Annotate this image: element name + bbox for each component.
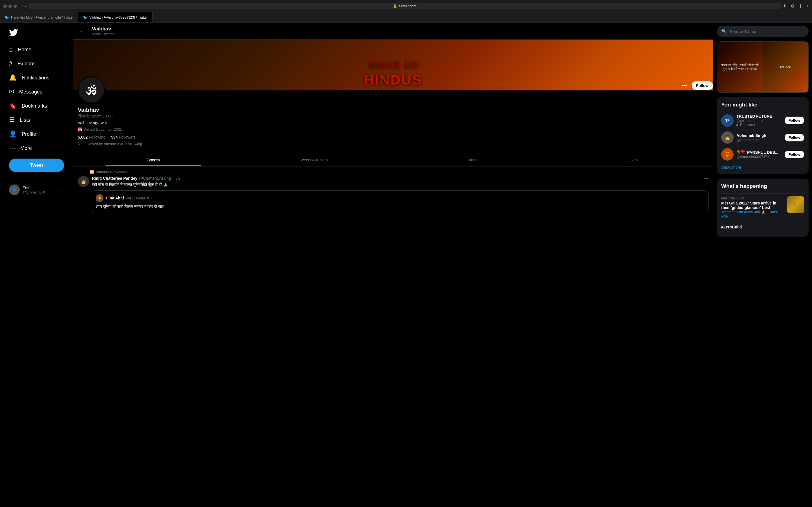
tweet-text: यही सोच के खिलजी ने नालंदा यूनिवर्सिटी फ…: [92, 182, 709, 187]
trend-text-0: Met Gala · LIVE Met Gala 2022: Stars arr…: [721, 196, 784, 218]
following-stat[interactable]: 5,002 Following: [78, 135, 105, 139]
not-followed-text: Not followed by anyone you're following: [78, 142, 709, 146]
followers-stat[interactable]: 534 Followers: [111, 135, 136, 139]
sidebar-label-more: More: [20, 145, 32, 151]
sidebar-item-notifications[interactable]: 🔔 Notifications: [4, 71, 68, 85]
header-tweet-count: 3,595 Tweets: [92, 32, 114, 36]
ad-card[interactable]: भाजपा को छोड़िए...सपा ही नहीं कर रही मुस…: [717, 41, 809, 93]
tweet-author-handle: @Chatterj1Asking: [139, 176, 171, 180]
sidebar-label-explore: Explore: [17, 61, 35, 67]
follow-btn-1[interactable]: Follow: [784, 134, 804, 142]
notifications-icon: 🔔: [9, 74, 17, 81]
lock-icon: 🔒: [393, 4, 397, 8]
trend-image-0: 🎭: [787, 196, 804, 213]
tab-media[interactable]: Media: [393, 154, 553, 166]
bookmarks-icon: 🔖: [9, 102, 17, 110]
suggest-promoted-0: ▶ Promoted: [737, 123, 782, 127]
back-nav-btn[interactable]: ‹: [21, 4, 23, 9]
address-bar[interactable]: 🔒 twitter.com: [29, 3, 781, 9]
back-button[interactable]: ←: [78, 26, 87, 36]
header-profile-name: Vaibhav: [92, 26, 114, 32]
tweet-button[interactable]: Tweet: [9, 159, 64, 172]
close-btn[interactable]: [3, 4, 7, 8]
show-more-link[interactable]: Show more: [721, 163, 804, 170]
sidebar-user[interactable]: 👤 Em @Emmy_twitt ⋯: [4, 181, 68, 199]
tweet-0[interactable]: 🔁 Vaibhav Retweeted 👩 Riniti Chatterjee …: [73, 166, 713, 217]
main-content: ← Vaibhav 3,595 Tweets WAKE UP HINDUS 🕉 …: [73, 22, 713, 507]
user-display-name: Em: [22, 186, 57, 190]
trend-tags-0: Trending with #MetGala 🙏, Gilded Age: [721, 210, 784, 218]
add-tab-icon[interactable]: +: [806, 3, 809, 9]
suggest-item-0[interactable]: TF TRUSTED FUTURE @atrustedfuture ▶ Prom…: [721, 112, 804, 129]
suggest-handle-2: @santosh90097471: [737, 155, 782, 159]
download-icon: ⬇: [783, 3, 786, 9]
follow-button[interactable]: Follow: [692, 81, 713, 90]
explore-icon: #: [9, 60, 12, 67]
sidebar-item-profile[interactable]: 👤 Profile: [4, 127, 68, 141]
tab-1[interactable]: 🐦 Vaibhav (@Vaibhav35989323) / Twitter: [79, 12, 153, 22]
more-icon: ⋯: [9, 145, 15, 152]
quoted-author-name: Hina Altaf: [106, 196, 124, 200]
quoted-author-handle: @HinaAltaf78: [126, 196, 149, 200]
tweet-author-avatar: 👩: [78, 176, 89, 187]
forward-nav-btn[interactable]: ›: [24, 4, 26, 9]
sidebar-label-notifications: Notifications: [22, 75, 49, 81]
quoted-header: 👩‍🦰 Hina Altaf @HinaAltaf78: [96, 194, 705, 202]
suggest-name-0: TRUSTED FUTURE: [737, 114, 782, 119]
trend-1[interactable]: #ZeroBuild: [721, 221, 804, 232]
whats-happening-section: What's happening Met Gala · LIVE Met Gal…: [717, 179, 809, 237]
suggest-handle-1: @Abhisar500: [737, 138, 782, 142]
sidebar-item-home[interactable]: ⌂ Home: [4, 43, 68, 57]
tweet-body: 👩 Riniti Chatterjee Pandey @Chatterj1Ask…: [78, 176, 709, 213]
profile-more-button[interactable]: •••: [680, 81, 689, 91]
twitter-logo[interactable]: [4, 25, 68, 41]
profile-icon: 👤: [9, 130, 17, 138]
messages-icon: ✉: [9, 88, 14, 96]
profile-bio: Vaibhav agarwal: [78, 121, 709, 125]
calendar-icon: 📅: [78, 127, 82, 131]
sidebar-label-messages: Messages: [19, 89, 42, 95]
suggest-item-2[interactable]: 🌻 🌻🚩 PANSHUL DES... @santosh90097471 Fol…: [721, 146, 804, 163]
retweet-icon: 🔁: [90, 170, 94, 174]
profile-joined: 📅 Joined December 2021: [78, 127, 709, 131]
sidebar-item-more[interactable]: ⋯ More: [4, 141, 68, 155]
profile-name: Vaibhav: [78, 107, 709, 113]
quoted-tweet[interactable]: 👩‍🦰 Hina Altaf @HinaAltaf78 अगर दुनिया क…: [92, 190, 709, 213]
min-btn[interactable]: [8, 4, 12, 8]
trend-0[interactable]: Met Gala · LIVE Met Gala 2022: Stars arr…: [721, 193, 804, 221]
max-btn[interactable]: [13, 4, 17, 8]
profile-avatar: 🕉: [78, 76, 105, 103]
tweet-author-name: Riniti Chatterjee Pandey: [92, 176, 137, 180]
browser-chrome: ‹ › 🔒 twitter.com ⬇ ⚙ ⬆ +: [0, 0, 812, 12]
tab-likes[interactable]: Likes: [553, 154, 713, 166]
sidebar-item-bookmarks[interactable]: 🔖 Bookmarks: [4, 99, 68, 113]
user-more-icon: ⋯: [60, 187, 64, 192]
suggest-item-1[interactable]: 👨 Abhishek Singh @Abhisar500 Follow: [721, 129, 804, 146]
retweet-label: 🔁 Vaibhav Retweeted: [78, 170, 709, 174]
follow-btn-2[interactable]: Follow: [784, 151, 804, 158]
tab-replies[interactable]: Tweets & replies: [233, 154, 393, 166]
right-panel: 🔍 Search Twitter भाजपा को छोड़िए...सपा ह…: [713, 22, 812, 507]
settings-icon: ⚙: [791, 3, 795, 9]
home-icon: ⌂: [9, 46, 13, 53]
sidebar-label-home: Home: [18, 47, 31, 53]
sidebar-item-lists[interactable]: ☰ Lists: [4, 113, 68, 127]
user-info: Em @Emmy_twitt: [22, 186, 57, 194]
window-controls: [3, 4, 17, 8]
sidebar-item-messages[interactable]: ✉ Messages: [4, 85, 68, 99]
tweet-time: 5h: [175, 176, 180, 180]
follow-btn-0[interactable]: Follow: [784, 117, 804, 124]
trend-topic-0: Met Gala 2022: Stars arrive in their 'gi…: [721, 201, 784, 210]
tweet-more-button[interactable]: •••: [704, 176, 709, 180]
tab-0[interactable]: 🐦 Narendra Modi (@narendramodi) / Twitte…: [0, 12, 79, 22]
suggest-info-2: 🌻🚩 PANSHUL DES... @santosh90097471: [737, 150, 782, 159]
twitter-bird-icon: [9, 28, 18, 37]
suggest-info-1: Abhishek Singh @Abhisar500: [737, 133, 782, 142]
browser-nav: ‹ ›: [21, 4, 26, 9]
sidebar-label-lists: Lists: [20, 117, 30, 123]
search-box[interactable]: 🔍 Search Twitter: [717, 26, 809, 37]
sidebar-item-explore[interactable]: # Explore: [4, 57, 68, 71]
tweet-content: Riniti Chatterjee Pandey @Chatterj1Askin…: [92, 176, 709, 213]
tab-tweets[interactable]: Tweets: [73, 154, 233, 166]
quoted-avatar: 👩‍🦰: [96, 194, 103, 202]
